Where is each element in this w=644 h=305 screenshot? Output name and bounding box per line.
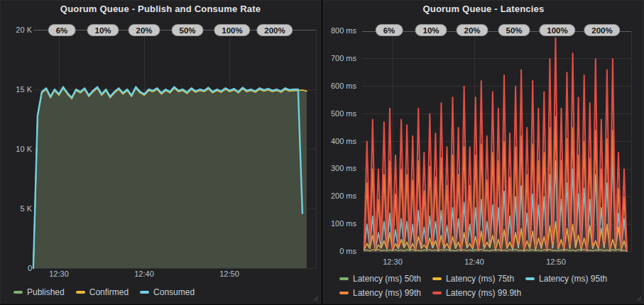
- legend-item-consumed[interactable]: Consumed: [140, 287, 195, 297]
- legend-row-1: Latency (ms) 50th Latency (ms) 75th Late…: [339, 274, 607, 284]
- y-tick: 400 ms: [325, 137, 356, 146]
- legend-swatch-latency-999th: [432, 292, 442, 294]
- y-tick: 100 ms: [325, 219, 356, 228]
- annotation-badge-20pct[interactable]: 20%: [128, 24, 160, 36]
- x-tick: 12:30: [371, 257, 414, 267]
- legend-item-confirmed[interactable]: Confirmed: [76, 287, 129, 297]
- annotation-badge-200pct[interactable]: 200%: [256, 24, 293, 36]
- legend-swatch-consumed: [140, 291, 149, 294]
- y-tick: 800 ms: [325, 26, 356, 35]
- y-tick: 15 K: [1, 85, 32, 94]
- legend-label: Published: [27, 287, 65, 297]
- legend-swatch-latency-50th: [339, 277, 349, 280]
- y-tick: 10 K: [1, 145, 32, 154]
- legend-item-latency-75th[interactable]: Latency (ms) 75th: [432, 274, 514, 284]
- panel-latencies: Quorum Queue - Latencies 800 ms 700 ms 6…: [323, 0, 644, 304]
- legend-item-latency-99th[interactable]: Latency (ms) 99th: [339, 288, 421, 298]
- y-tick: 500 ms: [325, 109, 356, 118]
- y-tick: 0: [1, 264, 32, 273]
- y-tick: 20 K: [1, 26, 32, 35]
- y-tick: 0 ms: [325, 247, 356, 256]
- legend: Published Confirmed Consumed: [13, 287, 195, 297]
- legend-row-2: Latency (ms) 99th Latency (ms) 99.9th: [339, 288, 521, 298]
- legend-label: Consumed: [153, 287, 195, 297]
- legend-item-latency-95th[interactable]: Latency (ms) 95th: [525, 274, 607, 284]
- legend-swatch-published: [13, 291, 23, 294]
- legend-item-published[interactable]: Published: [13, 287, 65, 297]
- legend-swatch-latency-95th: [525, 277, 535, 280]
- y-tick: 200 ms: [325, 192, 356, 201]
- annotation-badge-20pct[interactable]: 20%: [456, 24, 488, 36]
- annotation-badge-50pct[interactable]: 50%: [171, 24, 203, 36]
- y-tick: 300 ms: [325, 164, 356, 173]
- annotation-badge-6pct[interactable]: 6%: [376, 24, 403, 36]
- dashboard: Quorum Queue - Publish and Consume Rate …: [0, 0, 644, 305]
- legend-item-latency-999th[interactable]: Latency (ms) 99.9th: [432, 288, 521, 298]
- annotation-badge-100pct[interactable]: 100%: [214, 24, 250, 36]
- annotation-badge-6pct[interactable]: 6%: [48, 24, 76, 36]
- y-tick: 5 K: [1, 204, 32, 214]
- panel-resize-handle[interactable]: [635, 295, 642, 301]
- x-tick: 12:50: [208, 270, 251, 279]
- legend-swatch-latency-75th: [432, 277, 442, 280]
- publish-consume-chart-canvas[interactable]: [1, 1, 320, 303]
- legend-swatch-confirmed: [76, 291, 85, 294]
- x-tick: 12:40: [123, 270, 165, 279]
- x-tick: 12:50: [535, 257, 577, 267]
- y-tick: 600 ms: [325, 82, 356, 91]
- x-tick: 12:30: [38, 270, 80, 279]
- legend-label: Latency (ms) 50th: [353, 274, 421, 284]
- panel-resize-handle[interactable]: [312, 295, 319, 301]
- legend-label: Latency (ms) 99.9th: [446, 288, 521, 298]
- legend-label: Latency (ms) 75th: [446, 274, 514, 284]
- annotation-badge-10pct[interactable]: 10%: [415, 24, 447, 36]
- annotation-badge-10pct[interactable]: 10%: [87, 24, 119, 36]
- legend-swatch-latency-99th: [339, 292, 349, 294]
- y-tick: 700 ms: [325, 54, 356, 63]
- x-tick: 12:40: [453, 257, 496, 267]
- annotation-badge-100pct[interactable]: 100%: [539, 24, 575, 36]
- legend-label: Confirmed: [89, 287, 129, 297]
- legend-label: Latency (ms) 99th: [353, 288, 421, 298]
- legend-item-latency-50th[interactable]: Latency (ms) 50th: [339, 274, 421, 284]
- annotation-badge-50pct[interactable]: 50%: [498, 24, 530, 36]
- panel-publish-consume-rate: Quorum Queue - Publish and Consume Rate …: [0, 0, 321, 304]
- annotation-badge-200pct[interactable]: 200%: [584, 24, 620, 36]
- legend-label: Latency (ms) 95th: [539, 274, 607, 284]
